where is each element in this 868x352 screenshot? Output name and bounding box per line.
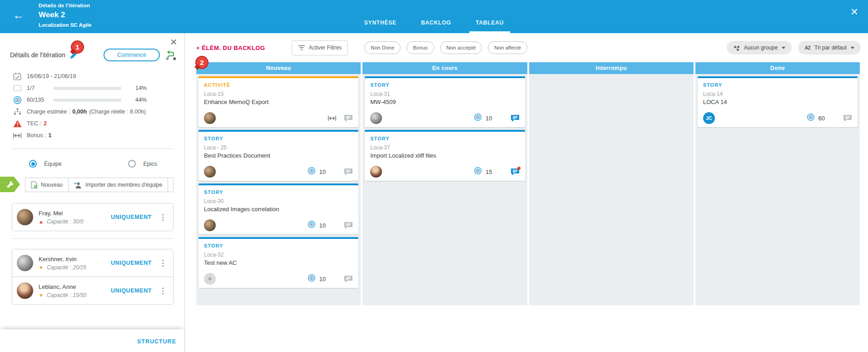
sort-dropdown[interactable]: AZ Tri par défaut — [798, 41, 861, 55]
annotation-badge-2: 2 — [195, 56, 208, 69]
assignee-avatar[interactable] — [204, 112, 216, 124]
avatar — [17, 209, 33, 225]
wrench-badge-icon[interactable] — [0, 177, 20, 192]
board-card[interactable]: STORY Loca-14 LOCA 14 JC 60 — [698, 76, 858, 127]
radio-epics-icon[interactable] — [128, 160, 136, 168]
column-body — [529, 74, 694, 305]
kebab-menu-icon[interactable]: ⋮ — [157, 213, 169, 222]
board-card[interactable]: ACTIVITÉ Loca-15 Enhance MemoQ Export — [198, 76, 358, 127]
card-title: Import Localized xliff files — [370, 152, 519, 159]
story-points: 10 — [486, 115, 492, 122]
column-interrompu: Interrompu — [529, 62, 694, 305]
warning-icon — [12, 120, 23, 128]
member-capacity-row: ▼ Capacité : 20/25 — [39, 264, 86, 271]
points-percent: 44% — [127, 97, 147, 103]
uniquement-link[interactable]: UNIQUEMENT — [111, 288, 152, 294]
note-icon[interactable] — [344, 222, 353, 229]
story-points-icon — [474, 113, 482, 123]
note-icon[interactable] — [344, 168, 353, 176]
group-icon — [733, 45, 740, 51]
kebab-menu-icon[interactable]: ⋮ — [157, 286, 169, 296]
header-tabs: SYNTHÈSE BACKLOG TABLEAU — [358, 20, 510, 33]
radio-equipe-icon[interactable] — [29, 160, 37, 168]
column-header[interactable]: En cours — [362, 62, 527, 74]
chip-bonus[interactable]: Bonus — [407, 41, 434, 54]
capacity-warning-icon: ▼ — [39, 265, 44, 270]
assignee-avatar[interactable] — [370, 112, 382, 124]
panel-close-icon[interactable]: × — [170, 35, 177, 49]
story-points: 10 — [319, 169, 326, 175]
chip-non-accepte[interactable]: Non accepté — [440, 41, 482, 54]
bonus-value: 1 — [48, 132, 51, 139]
days-percent: 14% — [127, 85, 147, 91]
member-capacity: Capacité : 20/25 — [47, 264, 86, 271]
add-assignee-button[interactable]: + — [204, 273, 216, 285]
member-card[interactable]: Kershner, Irvin ▼ Capacité : 20/25 UNIQU… — [12, 249, 173, 277]
charge-real: (Charge réelle : 8.00h) — [89, 109, 146, 115]
board-card[interactable]: STORY Loca-32 Test new AC + 10 — [198, 237, 358, 288]
activate-filters-button[interactable]: Activer Filtres — [292, 40, 348, 55]
iteration-title: Week 2 — [39, 10, 92, 20]
app-window: ← Détails de l'itération Week 2 Localiza… — [0, 0, 868, 352]
iteration-info-list: 16/06/19 - 21/06/19 1/7 14% — [12, 70, 174, 141]
close-icon[interactable]: × — [851, 5, 858, 18]
member-card[interactable]: Leblanc, Anne ▼ Capacité : 15/50 UNIQUEM… — [12, 277, 173, 304]
tab-tableau[interactable]: TABLEAU — [469, 20, 510, 33]
radio-epics[interactable]: Epics — [128, 160, 157, 168]
card-id: Loca-14 — [703, 91, 852, 97]
new-member-button[interactable]: Nouveau — [25, 178, 68, 192]
board-card[interactable]: STORY Loca - 25 Best Practices Document … — [198, 130, 358, 181]
annotation-badge-1: 1 — [71, 40, 84, 54]
note-icon[interactable] — [344, 114, 353, 122]
team-toolbar: Nouveau Importer des membres d'équipe — [0, 177, 184, 192]
column-header[interactable]: Nouveau — [196, 62, 361, 74]
file-plus-icon — [31, 181, 38, 188]
assignee-avatar[interactable] — [370, 166, 382, 178]
card-type: STORY — [204, 136, 353, 141]
card-type: STORY — [204, 189, 353, 195]
card-footer — [204, 112, 353, 124]
column-header[interactable]: Done — [695, 62, 860, 74]
panel-footer: STRUCTURE — [0, 329, 184, 352]
board-card[interactable]: STORY Loca-30 Localized Images correlati… — [198, 183, 358, 234]
chip-non-done[interactable]: Non Done — [364, 41, 401, 54]
column-nouveau: Nouveau ACTIVITÉ Loca-15 Enhance MemoQ E… — [196, 62, 361, 305]
chip-non-affecte[interactable]: Non affecté — [488, 41, 527, 54]
note-icon[interactable] — [511, 114, 520, 122]
assignee-avatar-initials[interactable]: JC — [703, 112, 715, 124]
kebab-menu-icon[interactable]: ⋮ — [157, 258, 169, 268]
charge-row: Charge estimée : 0,00h (Charge réelle : … — [12, 106, 174, 118]
member-capacity-row: ▼ Capacité : 15/50 — [39, 292, 86, 298]
column-header[interactable]: Interrompu — [529, 62, 694, 74]
uniquement-link[interactable]: UNIQUEMENT — [111, 260, 152, 266]
note-icon[interactable] — [843, 114, 852, 122]
card-id: Loca-15 — [204, 91, 353, 97]
import-members-button[interactable]: Importer des membres d'équipe — [68, 178, 168, 192]
radio-equipe[interactable]: Équipe — [29, 160, 62, 168]
iteration-details-panel: × 1 Détails de l'itération Commencé — [0, 33, 185, 352]
column-en-cours: En cours STORY Loca-31 MW-4509 10 — [362, 62, 527, 305]
assignee-avatar[interactable] — [204, 219, 216, 231]
board-card[interactable]: STORY Loca-37 Import Localized xliff fil… — [365, 130, 525, 181]
assignee-avatar[interactable] — [204, 166, 216, 178]
days-progress-bar — [53, 87, 121, 90]
chevron-down-icon — [782, 47, 785, 51]
member-card[interactable]: Fray, Mel ▲ Capacité : 30/0 UNIQUEMENT ⋮ — [12, 203, 174, 231]
board-card[interactable]: STORY Loca-31 MW-4509 10 — [365, 76, 525, 127]
tab-backlog[interactable]: BACKLOG — [415, 20, 457, 33]
bonus-icon — [12, 133, 23, 139]
uniquement-link[interactable]: UNIQUEMENT — [111, 214, 152, 220]
member-group: Kershner, Irvin ▼ Capacité : 20/25 UNIQU… — [12, 249, 174, 305]
workflow-icon[interactable] — [165, 50, 176, 60]
group-dropdown[interactable]: Aucun groupe — [727, 41, 792, 55]
tab-synthese[interactable]: SYNTHÈSE — [358, 20, 403, 33]
structure-link[interactable]: STRUCTURE — [137, 338, 176, 345]
column-body: STORY Loca-14 LOCA 14 JC 60 — [695, 74, 860, 305]
members-divider — [12, 238, 174, 239]
add-backlog-item-button[interactable]: + ÉLÉM. DU BACKLOG — [196, 45, 265, 51]
card-footer: 10 — [370, 112, 519, 124]
note-icon[interactable] — [344, 275, 353, 283]
back-arrow-icon[interactable]: ← — [13, 9, 25, 21]
note-icon-with-alert[interactable] — [511, 168, 520, 176]
status-button[interactable]: Commencé — [104, 49, 160, 61]
